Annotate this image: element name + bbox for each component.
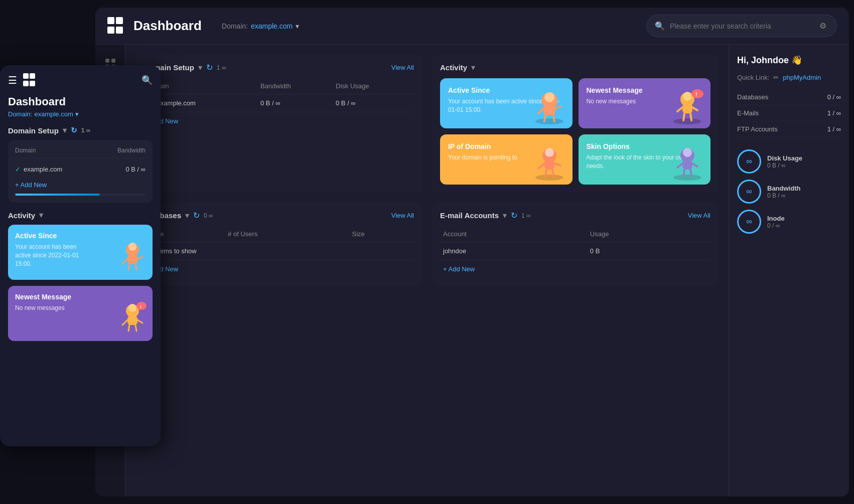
chevron-down-icon: ▾	[75, 110, 79, 118]
stat-email-value: 1 / ∞	[827, 109, 841, 117]
table-row: ✓ example.com 0 B / ∞ 0 B / ∞	[144, 94, 414, 112]
chevron-down-icon: ▾	[185, 211, 189, 220]
activity-grid: Active Since Your account has been activ…	[440, 78, 710, 185]
bandwidth-gauge-title: Bandwidth	[767, 185, 800, 192]
disk-gauge-title: Disk Usage	[767, 154, 802, 162]
infinity-icon: ∞	[746, 187, 752, 196]
bandwidth-cell: 0 B / ∞	[257, 94, 333, 112]
svg-line-29	[552, 170, 553, 177]
refresh-icon[interactable]: ↻	[193, 211, 200, 220]
stat-db-value: 0 / ∞	[827, 93, 841, 101]
col-domain: Domain	[144, 78, 257, 94]
svg-rect-33	[682, 159, 692, 170]
mobile-active-since-illustration	[117, 239, 148, 277]
edit-icon: ✏	[773, 74, 779, 81]
search-bar[interactable]: 🔍 ⚙	[646, 15, 837, 37]
activity-header: Activity ▾	[440, 63, 710, 72]
svg-line-17	[692, 107, 697, 110]
svg-line-49	[137, 320, 143, 323]
stat-ftp: FTP Accounts 1 / ∞	[737, 121, 841, 137]
search-input[interactable]	[670, 22, 812, 30]
domain-selector[interactable]: Domain: example.com ▾	[222, 22, 299, 30]
domain-table: Domain Bandwidth Disk Usage ✓ example.co…	[144, 78, 414, 112]
quick-link-value[interactable]: phpMyAdmin	[783, 74, 821, 81]
db-add-new-button[interactable]: + Add New	[144, 260, 414, 278]
svg-line-34	[677, 163, 682, 167]
svg-point-39	[128, 243, 136, 251]
db-view-all[interactable]: View All	[391, 212, 414, 219]
svg-point-22	[535, 175, 563, 181]
gauge-bandwidth: ∞ Bandwidth 0 B / ∞	[737, 180, 841, 204]
email-account-cell: johndoe	[440, 242, 587, 260]
domain-name-cell: ✓ example.com	[144, 94, 257, 112]
svg-point-14	[683, 92, 692, 101]
skin-options-card[interactable]: Skin Options Adapt the look of the skin …	[579, 134, 711, 185]
ip-of-domain-card[interactable]: IP of Domain Your domain is pointing to	[440, 134, 573, 185]
greeting: Hi, Johndoe 👋	[737, 55, 841, 66]
newest-message-card[interactable]: Newest Message No new messages	[579, 78, 711, 128]
mobile-panel: ☰ 🔍 Dashboard Domain: example.com ▾ Doma…	[0, 65, 161, 446]
mobile-title: Dashboard	[8, 95, 153, 108]
infinity-icon: ∞	[746, 157, 752, 166]
svg-point-46	[128, 304, 136, 312]
email-header: E-mail Accounts ▾ ↻ 1 ∞ View All	[440, 211, 710, 220]
domain-add-new-button[interactable]: + Add New	[144, 112, 414, 130]
mobile-domain: Domain: example.com ▾	[8, 110, 153, 118]
active-since-card[interactable]: Active Since Your account has been activ…	[440, 78, 573, 128]
svg-rect-15	[682, 103, 692, 113]
skin-options-illustration	[671, 142, 706, 183]
svg-text:!: !	[140, 304, 141, 309]
ip-domain-illustration	[533, 142, 568, 183]
refresh-icon: ↻	[71, 126, 77, 135]
email-view-all[interactable]: View All	[688, 212, 710, 219]
svg-line-36	[683, 170, 684, 177]
email-count-badge: 1 ∞	[521, 212, 531, 219]
filter-icon[interactable]: ⚙	[817, 19, 828, 33]
mobile-newest-msg-card[interactable]: Newest Message No new messages !	[8, 286, 153, 341]
domain-value: example.com	[251, 22, 293, 30]
mobile-active-since-card[interactable]: Active Since Your account has been activ…	[8, 225, 153, 280]
svg-rect-7	[543, 104, 555, 115]
databases-section: Databases ▾ ↻ 0 ∞ View All	[135, 203, 422, 286]
domain-view-all[interactable]: View All	[391, 64, 414, 71]
stat-emails: E-Mails 1 / ∞	[737, 105, 841, 121]
mobile-newest-msg-text: No new messages	[15, 304, 93, 312]
svg-line-18	[683, 113, 684, 120]
disk-cell: 0 B / ∞	[333, 94, 414, 112]
no-data-label: No items to show	[144, 242, 414, 260]
svg-line-11	[553, 115, 554, 121]
stats-list: Databases 0 / ∞ E-Mails 1 / ∞ FTP Accoun…	[737, 89, 841, 137]
svg-point-24	[545, 148, 554, 157]
mobile-body: Dashboard Domain: example.com ▾ Domain S…	[0, 95, 161, 446]
db-table: Name # of Users Size No items to show	[144, 226, 414, 260]
domain-label: Domain:	[222, 22, 248, 30]
svg-line-8	[538, 108, 543, 113]
mobile-active-since-text: Your account has been active since 2022-…	[15, 243, 93, 268]
svg-line-41	[122, 259, 127, 264]
col-bandwidth: Bandwidth	[257, 78, 333, 94]
chevron-down-icon: ▾	[471, 63, 475, 72]
mobile-add-new-button[interactable]: + Add New	[15, 176, 146, 189]
chevron-down-icon: ▾	[503, 211, 507, 220]
svg-rect-1	[111, 59, 115, 63]
svg-rect-40	[127, 255, 137, 264]
search-icon: 🔍	[655, 21, 665, 31]
table-row: johndoe 0 B	[440, 242, 710, 260]
svg-line-43	[128, 264, 129, 270]
svg-line-42	[137, 257, 143, 259]
svg-point-30	[673, 175, 701, 181]
svg-rect-47	[127, 316, 137, 325]
email-add-new-button[interactable]: + Add New	[440, 260, 710, 278]
mobile-search-icon[interactable]: 🔍	[141, 75, 153, 86]
main-panel: Dashboard Domain: example.com ▾ 🔍 ⚙	[95, 8, 849, 496]
check-icon: ✓	[15, 165, 21, 173]
refresh-icon[interactable]: ↻	[511, 211, 517, 220]
domain-setup-section: Domain Setup ▾ ↻ 1 ∞ View All	[135, 55, 422, 193]
hamburger-icon[interactable]: ☰	[8, 74, 17, 86]
col-usage: Usage	[587, 226, 710, 242]
stat-db-label: Databases	[737, 93, 768, 101]
mobile-activity-header: Activity ▾	[8, 211, 153, 220]
svg-line-27	[554, 163, 560, 165]
chevron-down-icon: ▾	[296, 22, 299, 30]
refresh-icon[interactable]: ↻	[206, 63, 213, 72]
